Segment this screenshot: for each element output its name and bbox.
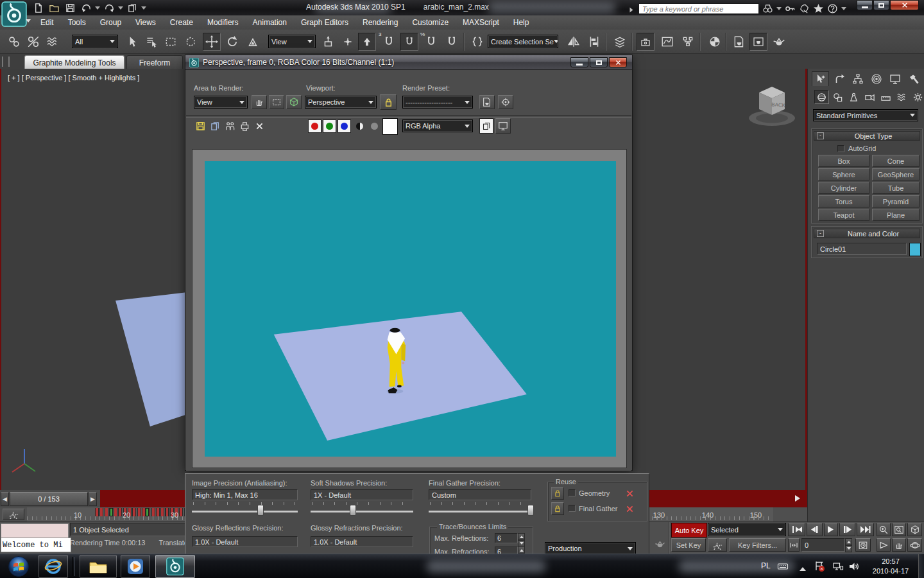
blue-channel-button[interactable] (338, 119, 351, 133)
layer-toggle-button[interactable] (479, 118, 493, 134)
taskbar-clock[interactable]: 20:57 2010-04-17 (865, 557, 916, 576)
adaptive-degradation-icon[interactable] (652, 538, 667, 550)
rectangular-selection-region-icon[interactable] (162, 33, 180, 51)
taskbar-3dsmax-button[interactable] (155, 555, 195, 578)
primitive-torus-button[interactable]: Torus (818, 195, 869, 207)
area-to-render-dropdown[interactable]: View (194, 96, 248, 109)
menu-modifiers[interactable]: Modifiers (200, 15, 246, 30)
select-by-name-icon[interactable] (142, 33, 160, 51)
subscription-key-icon[interactable] (785, 3, 796, 14)
graphite-ribbon-toggle-button[interactable] (637, 33, 654, 51)
current-frame-field[interactable]: 0 (801, 538, 845, 552)
render-close-button[interactable] (609, 57, 627, 67)
menu-views[interactable]: Views (128, 15, 163, 30)
tab-hierarchy[interactable] (849, 71, 866, 86)
reuse-fg-lock-button[interactable] (551, 502, 564, 515)
maximize-button[interactable] (873, 0, 889, 10)
subtab-geometry[interactable] (814, 90, 829, 104)
sub-region-hand-button[interactable] (252, 95, 267, 109)
render-production-icon[interactable] (770, 33, 788, 51)
menu-tools[interactable]: Tools (61, 15, 93, 30)
keyboard-shortcut-override-button[interactable] (358, 33, 376, 51)
primitive-sphere-button[interactable]: Sphere (818, 168, 869, 180)
select-object-icon[interactable] (123, 33, 141, 51)
primitive-cylinder-button[interactable]: Cylinder (818, 182, 869, 194)
clear-image-icon[interactable] (253, 119, 266, 132)
search-input[interactable] (638, 3, 759, 14)
subtab-cameras[interactable] (862, 90, 877, 104)
taskbar-wmp-button[interactable] (121, 555, 150, 578)
unlink-selection-icon[interactable] (24, 33, 42, 51)
menu-animation[interactable]: Animation (246, 15, 294, 30)
clone-window-icon[interactable] (223, 119, 236, 132)
help-icon[interactable] (827, 3, 838, 14)
menu-create[interactable]: Create (163, 15, 200, 30)
autogrid-checkbox[interactable] (837, 145, 844, 152)
image-precision-slider[interactable] (192, 502, 298, 516)
key-mode-dropdown[interactable]: Selected (708, 523, 786, 536)
subtab-lights[interactable] (846, 90, 861, 104)
save-file-icon[interactable] (63, 2, 77, 13)
layer-manager-icon[interactable] (611, 33, 629, 51)
primitive-category-dropdown[interactable]: Standard Primitives (813, 109, 918, 121)
project-dropdown-icon[interactable] (141, 6, 146, 12)
key-mode-toggle-button[interactable] (788, 538, 800, 552)
curve-editor-icon[interactable] (658, 33, 676, 51)
color-correction-button[interactable] (495, 118, 511, 134)
render-setup-window-button[interactable] (479, 95, 495, 109)
align-icon[interactable] (585, 33, 603, 51)
menu-help[interactable]: Help (506, 15, 536, 30)
primitive-teapot-button[interactable]: Teapot (818, 209, 869, 221)
clear-fg-icon[interactable] (623, 502, 636, 515)
select-and-rotate-icon[interactable] (223, 33, 241, 51)
zoom-extents-icon[interactable] (907, 523, 922, 536)
frame-forward-button[interactable]: ▶ (89, 492, 97, 506)
redo-icon[interactable] (102, 2, 116, 13)
menu-graph-editors[interactable]: Graph Editors (294, 15, 355, 30)
primitive-box-button[interactable]: Box (818, 155, 869, 167)
play-button[interactable] (824, 523, 838, 536)
communication-center-icon[interactable] (799, 3, 810, 14)
time-configuration-icon[interactable] (855, 538, 871, 552)
green-channel-button[interactable] (323, 119, 336, 133)
search-options-icon[interactable] (776, 7, 782, 13)
menu-edit[interactable]: Edit (33, 15, 61, 30)
animation-key-green[interactable] (110, 508, 113, 516)
named-selection-set-dropdown[interactable]: Create Selection Se (488, 35, 558, 48)
channel-display-dropdown[interactable]: RGB Alpha (402, 119, 473, 132)
reuse-fg-checkbox[interactable] (569, 505, 576, 512)
max-reflections-spinner[interactable]: 6 (495, 533, 525, 543)
object-type-rollout-header[interactable]: - Object Type (814, 131, 920, 141)
spinner-snap-toggle-icon[interactable] (443, 33, 461, 51)
reuse-geometry-checkbox[interactable] (569, 489, 576, 496)
red-channel-button[interactable] (308, 119, 321, 133)
pan-hand-icon[interactable] (892, 538, 906, 552)
menu-rendering[interactable]: Rendering (355, 15, 405, 30)
tab-modify[interactable] (830, 71, 848, 86)
object-name-field[interactable] (817, 243, 907, 255)
render-window-titlebar[interactable]: Perspective, frame 0, RGBA Color 16 Bits… (185, 55, 632, 70)
goto-start-button[interactable] (788, 523, 805, 536)
mini-curve-editor-button[interactable] (3, 509, 24, 520)
goto-end-button[interactable] (857, 523, 874, 536)
primitive-pyramid-button[interactable]: Pyramid (872, 195, 920, 207)
frame-spinner[interactable] (845, 538, 852, 552)
minimize-button[interactable] (857, 0, 873, 10)
orbit-icon[interactable] (907, 538, 922, 552)
menu-customize[interactable]: Customize (405, 15, 456, 30)
undo-dropdown-icon[interactable] (95, 6, 100, 12)
new-key-curve-icon[interactable] (708, 538, 727, 552)
angle-snap-toggle-button[interactable] (400, 33, 418, 51)
percent-snap-toggle-icon[interactable]: % (422, 33, 440, 51)
select-and-manipulate-icon[interactable] (339, 33, 357, 51)
viewport-dropdown[interactable]: Perspective (305, 96, 377, 109)
background-color-swatch[interactable] (382, 118, 398, 135)
project-toolbar-icon[interactable] (125, 2, 139, 13)
zoom-icon[interactable] (877, 523, 891, 536)
redo-dropdown-icon[interactable] (118, 6, 123, 12)
tab-utilities[interactable] (905, 71, 922, 86)
auto-region-button[interactable] (286, 95, 302, 109)
schematic-view-icon[interactable] (679, 33, 697, 51)
tab-freeform[interactable]: Freeform (126, 55, 183, 70)
time-slider-handle[interactable]: 0 / 153 (10, 492, 88, 506)
